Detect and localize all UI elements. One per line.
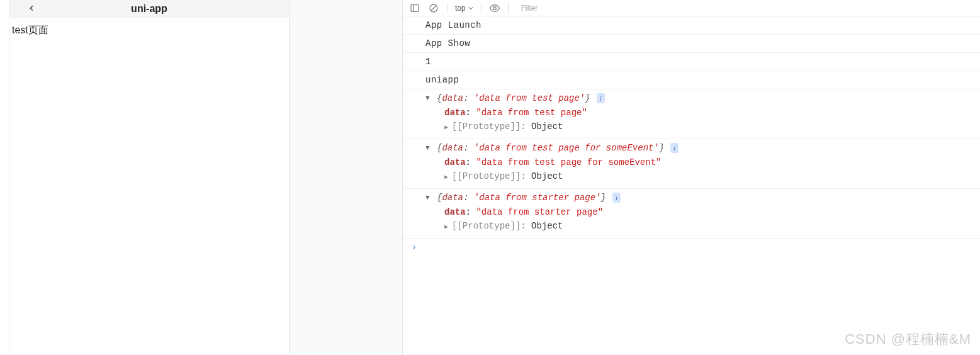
info-badge-icon[interactable]: i	[597, 93, 605, 103]
console-log[interactable]: App Launch	[403, 16, 980, 35]
info-badge-icon[interactable]: i	[612, 193, 621, 203]
sidebar-toggle-icon[interactable]	[409, 3, 420, 14]
console-prompt[interactable]: ›	[403, 239, 980, 256]
console-object[interactable]: ▼ {data: 'data from test page for someEv…	[403, 139, 980, 189]
object-prototype[interactable]: ▶[[Prototype]]: Object	[444, 169, 971, 184]
console-toolbar: top Filter	[403, 0, 980, 16]
svg-rect-0	[411, 4, 419, 11]
info-badge-icon[interactable]: i	[670, 143, 679, 153]
svg-point-4	[493, 6, 496, 9]
console-log[interactable]: uniapp	[403, 71, 980, 89]
simulator-body: test页面	[9, 18, 289, 37]
console-object[interactable]: ▼ {data: 'data from starter page'} i dat…	[403, 189, 980, 239]
console-log[interactable]: App Show	[403, 35, 980, 53]
simulator-header: uni-app	[9, 0, 289, 18]
clear-console-icon[interactable]	[428, 3, 439, 14]
simulator-panel: uni-app test页面	[9, 0, 290, 355]
disclosure-triangle-icon[interactable]: ▼	[425, 94, 433, 102]
eye-icon[interactable]	[489, 3, 500, 14]
disclosure-triangle-icon[interactable]: ▼	[425, 144, 433, 152]
back-icon[interactable]	[27, 3, 36, 14]
object-property: data: "data from test page for someEvent…	[444, 155, 971, 169]
object-preview: {data: 'data from starter page'}	[437, 193, 606, 203]
context-selector[interactable]: top	[455, 4, 473, 13]
app-title: uni-app	[9, 3, 289, 14]
object-prototype[interactable]: ▶[[Prototype]]: Object	[444, 219, 971, 234]
filter-input[interactable]: Filter	[516, 4, 974, 13]
object-property: data: "data from test page"	[444, 106, 971, 120]
svg-line-3	[431, 6, 436, 11]
object-preview: {data: 'data from test page'}	[437, 93, 590, 103]
gap-panel	[290, 0, 403, 355]
console-object[interactable]: ▼ {data: 'data from test page'} i data: …	[403, 89, 980, 139]
devtools-panel: top Filter App Launch App Show 1 uniapp …	[403, 0, 980, 355]
console-log[interactable]: 1	[403, 53, 980, 71]
object-property: data: "data from starter page"	[444, 205, 971, 219]
disclosure-triangle-icon[interactable]: ▼	[425, 194, 433, 201]
page-content-text: test页面	[9, 24, 289, 37]
object-prototype[interactable]: ▶[[Prototype]]: Object	[444, 120, 971, 135]
console-output: App Launch App Show 1 uniapp ▼ {data: 'd…	[403, 16, 980, 355]
object-preview: {data: 'data from test page for someEven…	[437, 143, 664, 153]
